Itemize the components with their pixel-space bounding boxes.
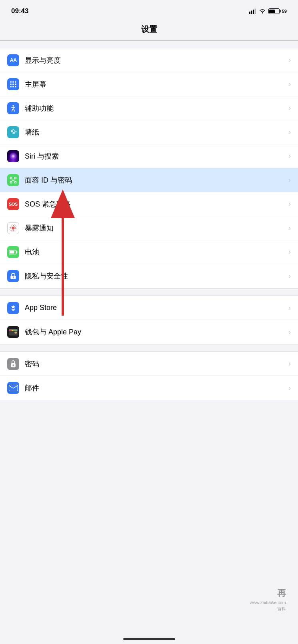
svg-rect-6 — [12, 81, 14, 82]
sos-icon: SOS — [7, 198, 19, 210]
accessibility-label: 辅助功能 — [25, 103, 286, 113]
svg-point-18 — [14, 130, 15, 131]
svg-rect-21 — [10, 177, 12, 179]
appstore-icon — [7, 302, 19, 314]
svg-rect-3 — [254, 9, 256, 14]
accessibility-icon — [7, 102, 19, 114]
row-homescreen[interactable]: 主屏幕 › — [0, 72, 298, 96]
svg-rect-7 — [15, 81, 16, 82]
row-appstore[interactable]: App Store › — [0, 296, 298, 320]
row-password[interactable]: 密码 › — [0, 352, 298, 376]
password-icon — [7, 358, 19, 370]
section-display: AA 显示与亮度 › 主屏幕 › — [0, 48, 298, 288]
page-title: 设置 — [141, 25, 157, 34]
exposure-icon — [7, 222, 19, 234]
svg-rect-40 — [14, 330, 17, 331]
svg-rect-2 — [253, 10, 254, 14]
row-battery[interactable]: 电池 › — [0, 240, 298, 264]
section-stores: App Store › 钱包与 Apple Pay › — [0, 296, 298, 344]
row-mail[interactable]: 邮件 › — [0, 376, 298, 400]
sos-chevron: › — [288, 200, 291, 208]
mail-label: 邮件 — [25, 383, 286, 393]
svg-rect-12 — [12, 86, 14, 87]
svg-point-34 — [13, 276, 14, 277]
display-chevron: › — [288, 56, 291, 64]
battery-label: 电池 — [25, 247, 286, 257]
row-accessibility[interactable]: 辅助功能 › — [0, 96, 298, 120]
svg-rect-43 — [13, 365, 13, 366]
row-privacy[interactable]: 隐私与安全性 › — [0, 264, 298, 288]
wallet-label: 钱包与 Apple Pay — [25, 327, 286, 337]
row-exposure[interactable]: 暴露通知 › — [0, 216, 298, 240]
watermark-url: www.zaibaike.com — [250, 600, 286, 606]
mail-chevron: › — [288, 384, 291, 392]
battery-chevron: › — [288, 248, 291, 256]
siri-label: Siri 与搜索 — [25, 151, 286, 161]
svg-rect-11 — [10, 86, 12, 87]
privacy-chevron: › — [288, 272, 291, 280]
homescreen-icon — [7, 78, 19, 90]
svg-rect-1 — [251, 11, 252, 14]
row-faceid[interactable]: 面容 ID 与密码 › — [0, 168, 298, 192]
mail-icon — [7, 382, 19, 394]
row-siri[interactable]: Siri 与搜索 › — [0, 144, 298, 168]
svg-point-27 — [12, 227, 14, 229]
battery-icon: 59 — [268, 8, 287, 14]
watermark: 再 www.zaibaike.com 百科 — [250, 587, 286, 612]
row-wallet[interactable]: 钱包与 Apple Pay › — [0, 320, 298, 344]
wallet-icon — [7, 326, 19, 338]
svg-point-25 — [12, 179, 13, 180]
svg-rect-37 — [14, 332, 17, 334]
svg-point-20 — [14, 133, 15, 134]
homescreen-label: 主屏幕 — [25, 80, 286, 89]
row-sos[interactable]: SOS SOS 紧急联络 › — [0, 192, 298, 216]
homescreen-chevron: › — [288, 80, 291, 88]
svg-point-19 — [12, 133, 14, 134]
watermark-char: 再 — [250, 587, 286, 600]
exposure-label: 暴露通知 — [25, 223, 286, 233]
exposure-chevron: › — [288, 224, 291, 232]
password-chevron: › — [288, 360, 291, 368]
accessibility-chevron: › — [288, 104, 291, 112]
wallpaper-chevron: › — [288, 128, 291, 136]
svg-rect-39 — [12, 330, 14, 331]
battery-level: 59 — [282, 9, 287, 14]
wallpaper-icon — [7, 126, 19, 138]
display-icon: AA — [7, 54, 19, 66]
svg-point-26 — [14, 179, 15, 180]
battery-row-icon — [7, 246, 19, 258]
signal-icon — [249, 8, 256, 14]
status-bar: 09:43 59 — [0, 0, 298, 20]
svg-point-17 — [12, 129, 14, 130]
wallpaper-label: 墙纸 — [25, 127, 286, 137]
faceid-chevron: › — [288, 176, 291, 184]
privacy-label: 隐私与安全性 — [25, 271, 286, 281]
row-wallpaper[interactable]: 墙纸 › — [0, 120, 298, 144]
faceid-icon — [7, 174, 19, 186]
svg-rect-24 — [14, 181, 16, 183]
row-display[interactable]: AA 显示与亮度 › — [0, 48, 298, 72]
svg-rect-10 — [15, 83, 16, 85]
svg-rect-9 — [12, 83, 14, 85]
password-label: 密码 — [25, 359, 286, 369]
svg-rect-32 — [10, 250, 14, 253]
faceid-label: 面容 ID 与密码 — [25, 175, 286, 185]
display-label: 显示与亮度 — [25, 56, 286, 65]
svg-rect-8 — [10, 83, 12, 85]
siri-icon — [7, 150, 19, 162]
status-icons: 59 — [249, 8, 287, 14]
wallet-chevron: › — [288, 328, 291, 336]
svg-rect-38 — [10, 330, 12, 331]
section-apps: 密码 › 邮件 › — [0, 352, 298, 400]
svg-point-14 — [12, 105, 14, 106]
sos-label: SOS 紧急联络 — [25, 199, 286, 209]
status-time: 09:43 — [11, 7, 28, 15]
watermark-label: 百科 — [250, 606, 286, 612]
appstore-label: App Store — [25, 304, 286, 312]
home-indicator — [123, 638, 175, 640]
svg-point-4 — [262, 12, 263, 14]
svg-rect-22 — [14, 177, 16, 179]
svg-rect-0 — [249, 12, 250, 14]
privacy-icon — [7, 270, 19, 282]
svg-rect-5 — [10, 81, 12, 82]
